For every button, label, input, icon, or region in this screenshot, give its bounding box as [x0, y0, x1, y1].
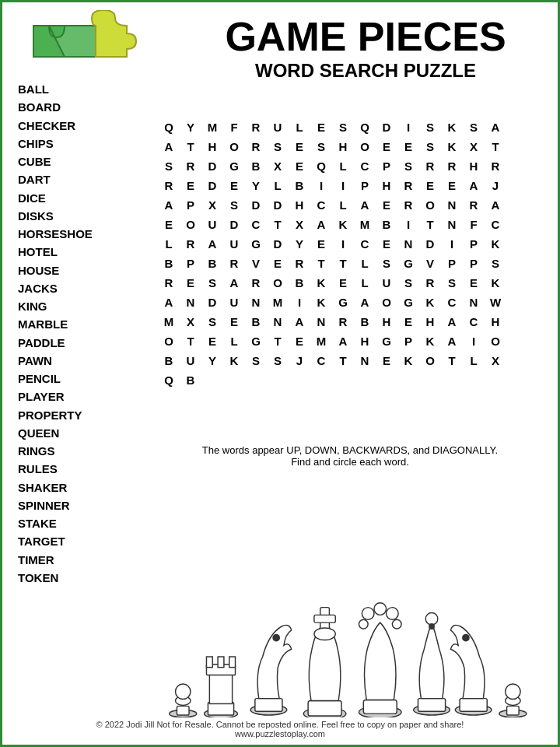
grid-cell: L	[354, 273, 376, 293]
grid-cell: N	[441, 195, 463, 215]
grid-cell: K	[223, 351, 245, 370]
grid-cell: R	[397, 195, 419, 215]
grid-cell: C	[441, 293, 463, 312]
page: GAME PIECES WORD SEARCH PUZZLE BALLBOARD…	[0, 0, 560, 747]
grid-cell: R	[245, 117, 267, 137]
grid-cell: C	[354, 234, 376, 254]
grid-cell: E	[201, 331, 223, 351]
grid-cell: K	[441, 137, 463, 156]
grid-cell: N	[354, 351, 376, 370]
svg-rect-15	[308, 701, 341, 717]
grid-cell: S	[201, 312, 223, 331]
grid-cell: E	[397, 137, 419, 156]
svg-rect-20	[363, 700, 397, 714]
grid-cell: S	[485, 254, 506, 273]
grid-cell: I	[441, 234, 463, 254]
word-list-item: PENCIL	[18, 370, 93, 388]
grid-cell: K	[419, 293, 441, 312]
grid-cell: E	[223, 312, 245, 331]
grid-cell: H	[332, 137, 354, 156]
grid-cell: P	[463, 234, 485, 254]
word-list-item: CUBE	[18, 153, 93, 170]
grid-cell: B	[158, 254, 180, 273]
grid-cell: P	[180, 195, 201, 215]
grid-cell: H	[419, 312, 441, 331]
grid-cell: X	[289, 215, 310, 234]
grid-cell: N	[397, 234, 419, 254]
grid-cell: R	[180, 234, 201, 254]
grid-cell: U	[201, 215, 223, 234]
grid-cell: Y	[201, 351, 223, 370]
pawn1	[170, 684, 197, 717]
grid-cell: A	[310, 215, 332, 234]
grid-cell: E	[158, 215, 180, 234]
grid-cell: S	[441, 273, 463, 293]
grid-cell: N	[180, 293, 201, 312]
grid-cell: B	[376, 215, 397, 234]
grid-cell: I	[463, 331, 485, 351]
grid-cell: D	[267, 195, 289, 215]
grid-cell: R	[158, 273, 180, 293]
grid-cell: I	[397, 117, 419, 137]
word-list-item: DICE	[18, 189, 93, 207]
grid-cell: S	[158, 156, 180, 176]
grid-cell: Y	[245, 176, 267, 195]
word-list-item: PLAYER	[18, 388, 93, 405]
grid-cell: G	[397, 293, 419, 312]
grid-cell: C	[310, 195, 332, 215]
grid-cell: U	[180, 351, 201, 370]
grid-cell: U	[223, 293, 245, 312]
grid-cell: O	[485, 331, 506, 351]
word-list-item: DART	[18, 170, 93, 188]
grid-cell: D	[376, 117, 397, 137]
grid-cell: F	[223, 117, 245, 137]
svg-point-22	[374, 603, 387, 615]
word-list-item: QUEEN	[18, 424, 93, 442]
grid-cell: L	[332, 195, 354, 215]
svg-rect-1	[177, 706, 189, 715]
word-list-item: HOUSE	[18, 261, 93, 279]
grid-cell: E	[289, 156, 310, 176]
grid-cell: R	[332, 312, 354, 331]
grid-cell: V	[245, 254, 267, 273]
svg-point-36	[506, 684, 521, 700]
grid-cell: T	[485, 137, 506, 156]
grid-cell: G	[245, 234, 267, 254]
grid-cell: T	[332, 254, 354, 273]
grid-cell: C	[245, 215, 267, 234]
grid-cell: S	[463, 117, 485, 137]
grid-cell: E	[376, 137, 397, 156]
grid-cell: E	[289, 331, 310, 351]
word-list-item: DISKS	[18, 207, 93, 225]
grid-cell: E	[332, 273, 354, 293]
word-list-item: SPINNER	[18, 496, 93, 514]
grid-cell: B	[201, 254, 223, 273]
grid-cell: R	[485, 156, 506, 176]
grid-cell: J	[485, 176, 506, 195]
grid-cell: T	[180, 137, 201, 156]
word-list-item: TARGET	[18, 532, 93, 550]
grid-cell: N	[441, 215, 463, 234]
grid-cell: D	[419, 234, 441, 254]
grid-cell: W	[485, 293, 506, 312]
grid-cell: R	[245, 137, 267, 156]
grid-cell: E	[180, 273, 201, 293]
grid-cell: K	[485, 273, 506, 293]
grid-cell: A	[289, 312, 310, 331]
word-list-item: CHECKER	[18, 117, 93, 135]
grid-cell: I	[397, 215, 419, 234]
grid-cell: S	[245, 351, 267, 370]
subtitle: WORD SEARCH PUZZLE	[189, 60, 542, 82]
grid-cell: G	[332, 293, 354, 312]
grid-cell: N	[310, 312, 332, 331]
grid-cell: S	[332, 117, 354, 137]
word-list-item: CHIPS	[18, 135, 93, 153]
grid-cell: M	[354, 215, 376, 234]
grid-cell: E	[310, 234, 332, 254]
puzzle-grid: QYMFRULESQDISKSAATHORSESHOEESKXTSRDGBXEQ…	[158, 117, 506, 429]
grid-cell: B	[245, 156, 267, 176]
svg-point-23	[387, 608, 399, 620]
main-title: GAME PIECES	[189, 16, 542, 57]
grid-cell: S	[397, 273, 419, 293]
grid-cell: O	[223, 137, 245, 156]
